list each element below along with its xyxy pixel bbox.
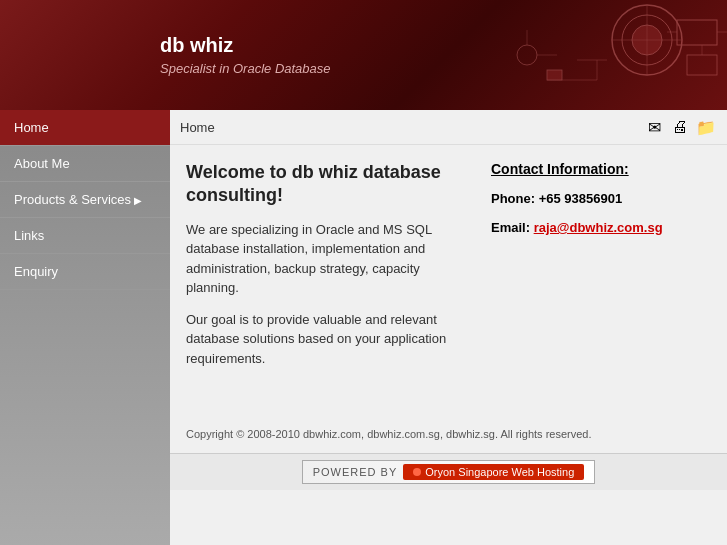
powered-label: POWERED BY — [313, 466, 398, 478]
email-label: Email: — [491, 220, 530, 235]
powered-by-bar: POWERED BY Oryon Singapore Web Hosting — [170, 453, 727, 490]
phone-number: +65 93856901 — [539, 191, 623, 206]
header: db whiz Specialist in Oracle Database — [0, 0, 727, 110]
folder-icon[interactable]: 📁 — [695, 116, 717, 138]
main-layout: Home About Me Products & Services Links … — [0, 110, 727, 545]
contact-title: Contact Information: — [491, 161, 711, 177]
nav-home[interactable]: Home — [0, 110, 170, 146]
nav-links[interactable]: Links — [0, 218, 170, 254]
nav-about[interactable]: About Me — [0, 146, 170, 182]
welcome-heading: Welcome to db whiz database consulting! — [186, 161, 471, 208]
content-header-bar: Home ✉ 🖨 📁 — [170, 110, 727, 145]
powered-badge: POWERED BY Oryon Singapore Web Hosting — [302, 460, 596, 484]
header-text: db whiz Specialist in Oracle Database — [160, 34, 331, 76]
svg-rect-5 — [677, 20, 717, 45]
nav-products[interactable]: Products & Services — [0, 182, 170, 218]
svg-rect-6 — [687, 55, 717, 75]
email-link[interactable]: raja@dbwhiz.com.sg — [534, 220, 663, 235]
contact-phone: Phone: +65 93856901 — [491, 191, 711, 206]
main-text-area: Welcome to db whiz database consulting! … — [186, 161, 471, 380]
breadcrumb: Home — [180, 120, 215, 135]
footer-copyright: Copyright © 2008-2010 dbwhiz.com, dbwhiz… — [170, 416, 727, 453]
site-subtitle: Specialist in Oracle Database — [160, 61, 331, 76]
intro-paragraph: We are specializing in Oracle and MS SQL… — [186, 220, 471, 298]
content-area: Home ✉ 🖨 📁 Welcome to db whiz database c… — [170, 110, 727, 545]
sidebar: Home About Me Products & Services Links … — [0, 110, 170, 545]
email-icon[interactable]: ✉ — [643, 116, 665, 138]
content-body: Welcome to db whiz database consulting! … — [170, 145, 727, 396]
phone-label: Phone: — [491, 191, 535, 206]
copyright-text: Copyright © 2008-2010 dbwhiz.com, dbwhiz… — [186, 428, 592, 440]
toolbar-icons: ✉ 🖨 📁 — [643, 116, 717, 138]
oryon-dot — [413, 468, 421, 476]
contact-email: Email: raja@dbwhiz.com.sg — [491, 220, 711, 235]
svg-point-14 — [517, 45, 537, 65]
nav-enquiry[interactable]: Enquiry — [0, 254, 170, 290]
contact-box: Contact Information: Phone: +65 93856901… — [491, 161, 711, 380]
oryon-badge[interactable]: Oryon Singapore Web Hosting — [403, 464, 584, 480]
oryon-text: Oryon Singapore Web Hosting — [425, 466, 574, 478]
print-icon[interactable]: 🖨 — [669, 116, 691, 138]
site-title: db whiz — [160, 34, 331, 57]
svg-rect-13 — [547, 70, 562, 80]
goal-paragraph: Our goal is to provide valuable and rele… — [186, 310, 471, 369]
